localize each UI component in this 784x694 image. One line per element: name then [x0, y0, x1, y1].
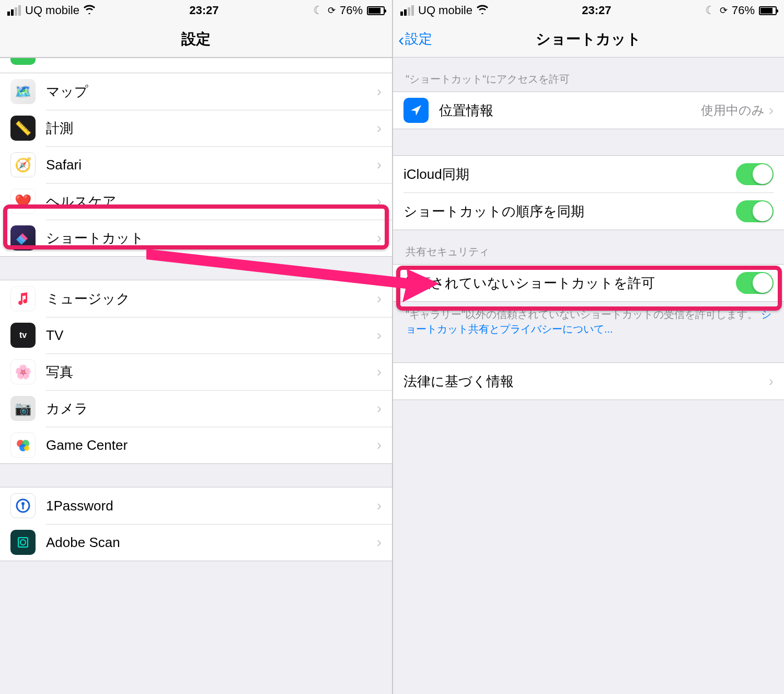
settings-row-1password[interactable]: 1Password› [0, 487, 392, 524]
camera-icon: 📷 [10, 396, 36, 421]
settings-row-health[interactable]: ❤️ ヘルスケア› [0, 183, 392, 220]
shortcuts-settings[interactable]: "ショートカット"にアクセスを許可 位置情報 使用中のみ › [393, 58, 784, 694]
settings-row-measure[interactable]: 📏 計測› [0, 110, 392, 146]
phone-right: UQ mobile 23:27 ☾ ⟳ 76% ‹ 設定 ショートカット "ショ… [392, 0, 784, 694]
health-icon: ❤️ [10, 189, 36, 214]
row-location[interactable]: 位置情報 使用中のみ › [393, 92, 784, 129]
chevron-right-icon: › [377, 83, 382, 100]
chevron-right-icon: › [377, 363, 382, 380]
svg-point-8 [20, 540, 26, 545]
nav-header: 設定 [0, 21, 392, 58]
status-bar: UQ mobile 23:27 ☾ ⟳ 76% [393, 0, 784, 21]
facetime-icon [10, 58, 36, 65]
chevron-right-icon: › [377, 58, 382, 61]
chevron-left-icon: ‹ [398, 30, 404, 48]
carrier-label: UQ mobile [418, 4, 472, 17]
clock-label: 23:27 [189, 4, 218, 17]
chevron-right-icon: › [377, 156, 382, 173]
nav-header: ‹ 設定 ショートカット [393, 21, 784, 58]
battery-percent: 76% [732, 4, 755, 17]
toggle-order-sync[interactable] [736, 200, 774, 222]
chevron-right-icon: › [769, 373, 774, 390]
maps-icon: 🗺️ [10, 79, 36, 104]
toggle-allow-untrusted[interactable] [736, 272, 774, 294]
chevron-right-icon: › [377, 290, 382, 307]
settings-row-music[interactable]: ミュージック› [0, 280, 392, 317]
chevron-right-icon: › [377, 534, 382, 551]
orientation-lock-icon: ⟳ [328, 5, 336, 16]
carrier-label: UQ mobile [25, 4, 79, 17]
shortcuts-icon [10, 225, 36, 251]
gamecenter-icon [10, 433, 36, 458]
measure-icon: 📏 [10, 116, 36, 141]
toggle-icloud-sync[interactable] [736, 163, 774, 185]
row-legal[interactable]: 法律に基づく情報 › [393, 363, 784, 400]
back-button[interactable]: ‹ 設定 [398, 30, 432, 48]
location-value: 使用中のみ [701, 102, 765, 119]
onepassword-icon [10, 493, 36, 518]
clock-label: 23:27 [582, 4, 611, 17]
settings-list[interactable]: › 🗺️ マップ› 📏 計測› 🧭 Safari› ❤️ ヘ [0, 58, 392, 694]
music-icon [10, 286, 36, 311]
chevron-right-icon: › [377, 400, 382, 417]
dnd-moon-icon: ☾ [705, 4, 716, 17]
safari-icon: 🧭 [10, 152, 36, 177]
location-icon [403, 98, 429, 123]
phone-left: UQ mobile 23:27 ☾ ⟳ 76% 設定 › [0, 0, 392, 694]
settings-row-adobescan[interactable]: Adobe Scan› [0, 524, 392, 561]
page-title: 設定 [181, 29, 211, 49]
settings-row-shortcuts[interactable]: ショートカット› [0, 220, 392, 256]
chevron-right-icon: › [377, 120, 382, 136]
chevron-right-icon: › [377, 230, 382, 246]
chevron-right-icon: › [377, 497, 382, 514]
settings-row-safari[interactable]: 🧭 Safari› [0, 146, 392, 183]
svg-rect-6 [22, 505, 24, 509]
svg-rect-7 [18, 538, 28, 547]
battery-icon [759, 6, 777, 15]
footer-note: "ギャラリー"以外の信頼されていないショートカットの受信を許可します。 ショート… [393, 302, 784, 336]
orientation-lock-icon: ⟳ [720, 5, 728, 16]
section-header-access: "ショートカット"にアクセスを許可 [393, 58, 784, 92]
settings-row-partial[interactable]: › [0, 58, 392, 71]
cell-signal-icon [7, 5, 21, 16]
chevron-right-icon: › [377, 327, 382, 344]
settings-row-gamecenter[interactable]: Game Center› [0, 427, 392, 463]
adobescan-icon [10, 530, 36, 555]
row-order-sync[interactable]: ショートカットの順序を同期 [393, 192, 784, 230]
tv-icon: tv [10, 323, 36, 348]
cell-signal-icon [400, 5, 414, 16]
row-icloud-sync[interactable]: iCloud同期 [393, 156, 784, 192]
section-header-security: 共有セキュリティ [393, 230, 784, 264]
settings-row-photos[interactable]: 🌸 写真› [0, 354, 392, 390]
photos-icon: 🌸 [10, 359, 36, 384]
settings-row-maps[interactable]: 🗺️ マップ› [0, 73, 392, 110]
wifi-icon [477, 5, 488, 17]
page-title: ショートカット [536, 29, 641, 49]
battery-icon [367, 6, 385, 15]
settings-row-camera[interactable]: 📷 カメラ› [0, 390, 392, 427]
status-bar: UQ mobile 23:27 ☾ ⟳ 76% [0, 0, 392, 21]
svg-point-3 [24, 446, 29, 451]
chevron-right-icon: › [769, 102, 774, 119]
chevron-right-icon: › [377, 193, 382, 210]
wifi-icon [84, 5, 95, 17]
battery-percent: 76% [340, 4, 363, 17]
chevron-right-icon: › [377, 437, 382, 453]
settings-row-tv[interactable]: tv TV› [0, 317, 392, 354]
back-label: 設定 [405, 30, 432, 48]
row-allow-untrusted[interactable]: 信頼されていないショートカットを許可 [393, 265, 784, 301]
dnd-moon-icon: ☾ [313, 4, 324, 17]
